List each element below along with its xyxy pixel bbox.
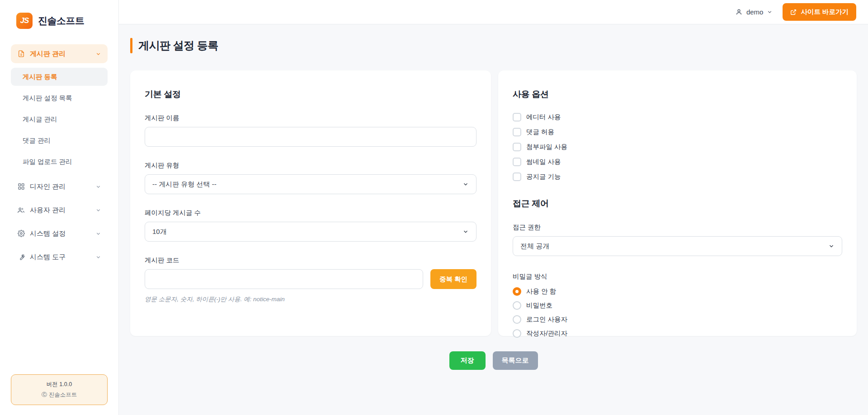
chevron-down-icon	[95, 254, 101, 260]
board-code-input[interactable]	[145, 269, 423, 289]
secret-loggedin-radio[interactable]	[513, 315, 521, 324]
board-submenu: 게시판 등록 게시판 설정 목록 게시글 관리 댓글 관리 파일 업로드 관리	[11, 68, 108, 171]
document-icon	[17, 50, 25, 58]
checkbox-row-notice[interactable]: 공지글 기능	[513, 172, 842, 182]
chevron-down-icon	[95, 184, 101, 190]
username: demo	[746, 8, 764, 16]
checkbox-label: 첨부파일 사용	[526, 143, 567, 151]
subitem-label: 파일 업로드 관리	[23, 158, 72, 166]
usage-options-title: 사용 옵션	[513, 89, 842, 100]
sidebar-item-board-management[interactable]: 게시판 관리	[11, 44, 108, 63]
access-permission-select[interactable]: 전체 공개	[513, 236, 842, 256]
board-type-label: 게시판 유형	[145, 161, 476, 170]
checkbox-row-editor[interactable]: 에디터 사용	[513, 112, 842, 122]
secret-mode-label: 비밀글 방식	[513, 272, 842, 281]
radio-label: 작성자/관리자	[526, 329, 567, 338]
brand-logo-icon: JS	[16, 13, 33, 29]
checkbox-row-thumbnail[interactable]: 썸네일 사용	[513, 157, 842, 167]
sidebar-item-system-tools[interactable]: 시스템 도구	[11, 247, 108, 266]
comments-checkbox[interactable]	[513, 128, 521, 136]
sidebar-subitem-board-settings-list[interactable]: 게시판 설정 목록	[11, 89, 108, 107]
form-cards: 기본 설정 게시판 이름 게시판 유형 -- 게시판 유형 선택 --	[130, 70, 857, 336]
subitem-label: 게시판 등록	[23, 73, 57, 81]
sidebar-item-user-management[interactable]: 사용자 관리	[11, 201, 108, 219]
sidebar-subitem-comment-management[interactable]: 댓글 관리	[11, 131, 108, 149]
radio-row-none[interactable]: 사용 안 함	[513, 286, 842, 296]
checkbox-label: 에디터 사용	[526, 113, 561, 121]
posts-per-page-selected-value: 10개	[152, 228, 167, 236]
chevron-down-icon	[828, 243, 835, 249]
chevron-down-icon	[95, 231, 101, 237]
sidebar-item-label: 시스템 도구	[30, 253, 66, 261]
sidebar-nav: 게시판 관리 게시판 등록 게시판 설정 목록 게시글 관리 댓글 관리	[0, 41, 118, 374]
sidebar-subitem-post-management[interactable]: 게시글 관리	[11, 110, 108, 128]
board-type-field-group: 게시판 유형 -- 게시판 유형 선택 --	[145, 161, 476, 194]
subitem-label: 게시글 관리	[23, 115, 57, 124]
radio-label: 비밀번호	[526, 301, 552, 310]
wrench-icon	[17, 253, 25, 261]
posts-per-page-select[interactable]: 10개	[145, 222, 476, 242]
thumbnail-checkbox[interactable]	[513, 158, 521, 166]
chevron-down-icon	[95, 207, 101, 213]
secret-password-radio[interactable]	[513, 301, 521, 310]
version-box: 버전 1.0.0 ⓒ 진솔소프트	[11, 374, 108, 405]
basic-settings-card: 기본 설정 게시판 이름 게시판 유형 -- 게시판 유형 선택 --	[130, 70, 491, 336]
user-icon	[735, 8, 743, 16]
board-code-help-text: 영문 소문자, 숫자, 하이픈(-)만 사용. 예: notice-main	[145, 295, 476, 303]
sidebar-item-system-settings[interactable]: 시스템 설정	[11, 224, 108, 243]
checkbox-row-comments[interactable]: 댓글 허용	[513, 127, 842, 137]
sidebar-item-design-management[interactable]: 디자인 관리	[11, 177, 108, 196]
notice-checkbox[interactable]	[513, 173, 521, 181]
checkbox-label: 썸네일 사용	[526, 158, 561, 166]
go-to-site-label: 사이트 바로가기	[801, 8, 849, 16]
editor-checkbox[interactable]	[513, 113, 521, 121]
options-card: 사용 옵션 에디터 사용 댓글 허용 첨부파일 사용	[498, 70, 857, 336]
posts-per-page-label: 페이지당 게시글 수	[145, 209, 476, 217]
gear-icon	[17, 230, 25, 238]
brand[interactable]: JS 진솔소프트	[0, 0, 118, 41]
page-title-row: 게시판 설정 등록	[130, 38, 857, 53]
brand-name: 진솔소프트	[38, 14, 85, 27]
access-permission-label: 접근 권한	[513, 223, 842, 232]
sidebar-item-label: 사용자 관리	[30, 206, 66, 214]
chevron-down-icon	[462, 181, 469, 187]
radio-row-logged-in-user[interactable]: 로그인 사용자	[513, 314, 842, 324]
save-button[interactable]: 저장	[449, 351, 486, 370]
version-number: 버전 1.0.0	[16, 381, 103, 388]
attachments-checkbox[interactable]	[513, 143, 521, 151]
go-to-site-button[interactable]: 사이트 바로가기	[783, 3, 856, 21]
checkbox-label: 공지글 기능	[526, 173, 561, 181]
back-to-list-button[interactable]: 목록으로	[493, 351, 538, 370]
access-permission-field-group: 접근 권한 전체 공개	[513, 223, 842, 256]
posts-per-page-field-group: 페이지당 게시글 수 10개	[145, 209, 476, 242]
main-column: demo 사이트 바로가기 게시판 설정 등록 기본 설정	[119, 0, 868, 415]
radio-row-author-admin[interactable]: 작성자/관리자	[513, 328, 842, 338]
board-type-select[interactable]: -- 게시판 유형 선택 --	[145, 174, 476, 194]
secret-none-radio[interactable]	[513, 287, 521, 296]
board-name-input[interactable]	[145, 127, 476, 147]
board-code-field-group: 게시판 코드 중복 확인 영문 소문자, 숫자, 하이픈(-)만 사용. 예: …	[145, 256, 476, 303]
user-menu[interactable]: demo	[735, 8, 773, 16]
top-header: demo 사이트 바로가기	[119, 0, 868, 24]
subitem-label: 게시판 설정 목록	[23, 94, 72, 103]
chevron-down-icon	[767, 9, 773, 15]
checkbox-row-attachments[interactable]: 첨부파일 사용	[513, 142, 842, 152]
sidebar-item-label: 디자인 관리	[30, 182, 66, 191]
sidebar-item-label: 시스템 설정	[30, 229, 66, 238]
secret-mode-group: 비밀글 방식 사용 안 함 비밀번호 로그인 사용자	[513, 272, 842, 338]
radio-label: 사용 안 함	[526, 287, 556, 296]
app-root: JS 진솔소프트 게시판 관리 게시판 등록 게시판 설정 목록	[0, 0, 868, 415]
radio-row-password[interactable]: 비밀번호	[513, 300, 842, 310]
chevron-down-icon	[462, 228, 469, 235]
copyright: ⓒ 진솔소프트	[16, 391, 103, 399]
access-control-title: 접근 제어	[513, 198, 842, 210]
board-type-selected-value: -- 게시판 유형 선택 --	[152, 180, 217, 189]
duplicate-check-button[interactable]: 중복 확인	[430, 269, 476, 289]
secret-author-admin-radio[interactable]	[513, 329, 521, 338]
sidebar-item-label: 게시판 관리	[30, 50, 66, 58]
sidebar-subitem-board-register[interactable]: 게시판 등록	[11, 68, 108, 86]
sidebar-subitem-file-upload-management[interactable]: 파일 업로드 관리	[11, 153, 108, 171]
chevron-down-icon	[95, 51, 101, 57]
sidebar: JS 진솔소프트 게시판 관리 게시판 등록 게시판 설정 목록	[0, 0, 119, 415]
access-permission-selected-value: 전체 공개	[520, 242, 549, 251]
